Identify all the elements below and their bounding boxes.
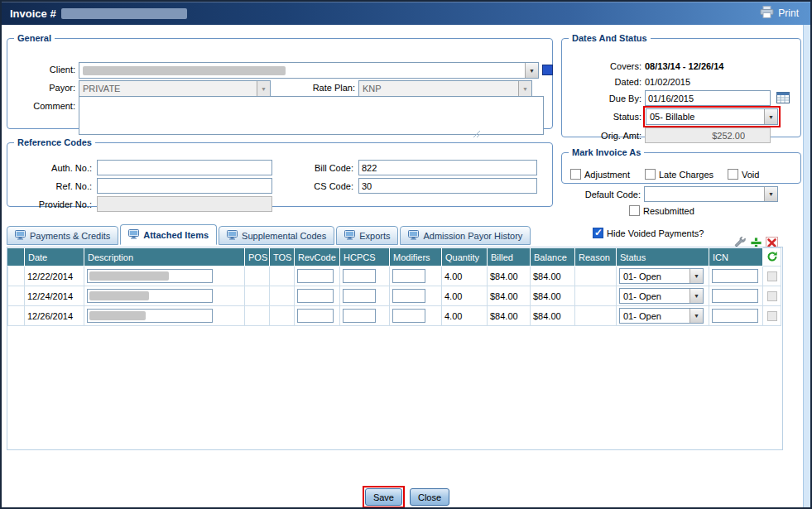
cell-status: 01- Open ▼ bbox=[617, 306, 709, 326]
bill-code-input[interactable] bbox=[358, 160, 537, 175]
bill-code-label: Bill Code: bbox=[266, 163, 353, 173]
orig-amt-input bbox=[645, 127, 771, 143]
rate-plan-value: KNP bbox=[359, 84, 518, 94]
row-selector[interactable] bbox=[8, 286, 25, 306]
revcode-input[interactable] bbox=[297, 289, 334, 303]
col-tos: TOS bbox=[270, 248, 295, 267]
close-button[interactable]: Close bbox=[410, 488, 449, 506]
hcpcs-input[interactable] bbox=[343, 289, 376, 303]
status-select[interactable]: 05- Billable ▼ bbox=[646, 108, 778, 125]
cell-tos bbox=[270, 286, 295, 306]
revcode-input[interactable] bbox=[297, 309, 334, 323]
adjustment-checkbox[interactable] bbox=[570, 169, 581, 180]
provider-no-input bbox=[97, 196, 272, 212]
row-status-select[interactable]: 01- Open ▼ bbox=[619, 268, 704, 284]
default-code-select[interactable]: ▼ bbox=[644, 186, 778, 202]
cell-status: 01- Open ▼ bbox=[617, 286, 709, 306]
cell-description bbox=[84, 267, 245, 286]
cell-revcode bbox=[295, 267, 340, 286]
icn-input[interactable] bbox=[712, 289, 758, 303]
col-billed: Billed bbox=[488, 248, 531, 267]
void-checkbox[interactable] bbox=[728, 169, 738, 180]
row-selector[interactable] bbox=[8, 267, 25, 286]
chevron-down-icon[interactable]: ▼ bbox=[764, 109, 777, 124]
resubmitted-checkbox[interactable] bbox=[629, 205, 640, 216]
row-status-select[interactable]: 01- Open ▼ bbox=[619, 288, 704, 304]
rate-plan-label: Rate Plan: bbox=[274, 83, 355, 93]
attached-items-panel: Date Description POS TOS RevCode HCPCS M… bbox=[7, 247, 783, 450]
cell-quantity: 4.00 bbox=[442, 286, 488, 306]
chevron-down-icon[interactable]: ▼ bbox=[525, 63, 538, 78]
hcpcs-input[interactable] bbox=[343, 269, 376, 283]
print-button[interactable]: Print bbox=[760, 6, 802, 21]
chevron-down-icon: ▼ bbox=[257, 81, 270, 96]
window-title: Invoice # bbox=[10, 7, 56, 20]
table-row: 12/26/2014 4.00 $84.00 $84.00 01- Open ▼ bbox=[8, 306, 781, 326]
cell-date: 12/26/2014 bbox=[25, 306, 84, 326]
cell-quantity: 4.00 bbox=[442, 306, 488, 326]
revcode-input[interactable] bbox=[297, 269, 334, 283]
status-highlight-box: 05- Billable ▼ bbox=[643, 106, 781, 127]
cell-description bbox=[84, 286, 245, 306]
cell-billed: $84.00 bbox=[488, 267, 531, 286]
modifiers-input[interactable] bbox=[392, 289, 425, 303]
client-color-button[interactable] bbox=[542, 65, 553, 75]
scrollbar-track bbox=[803, 25, 810, 507]
late-charges-checkbox[interactable] bbox=[645, 169, 656, 180]
cell-tos bbox=[270, 267, 295, 286]
tab-supplemental-codes[interactable]: Supplemental Codes bbox=[219, 226, 334, 245]
tab-attached-items[interactable]: Attached Items bbox=[120, 224, 217, 245]
icn-input[interactable] bbox=[712, 269, 758, 283]
tab-admission-payor-history[interactable]: Admission Payor History bbox=[400, 226, 531, 245]
col-revcode: RevCode bbox=[295, 248, 340, 267]
client-select[interactable]: ▼ bbox=[79, 62, 539, 79]
cell-balance: $84.00 bbox=[531, 306, 575, 326]
description-input[interactable] bbox=[87, 289, 213, 303]
ref-no-input[interactable] bbox=[97, 178, 272, 194]
hide-voided-label: Hide Voided Payments? bbox=[607, 228, 704, 238]
refresh-icon[interactable] bbox=[763, 248, 781, 267]
tab-label: Attached Items bbox=[143, 230, 209, 240]
cs-code-input[interactable] bbox=[358, 178, 537, 194]
tab-icon bbox=[15, 230, 26, 242]
description-input[interactable] bbox=[87, 269, 213, 283]
modifiers-input[interactable] bbox=[392, 309, 425, 323]
selector-column-header bbox=[8, 248, 25, 267]
ref-no-label: Ref. No.: bbox=[9, 181, 92, 191]
chevron-down-icon[interactable]: ▼ bbox=[689, 309, 703, 323]
tab-payments-credits[interactable]: Payments & Credits bbox=[7, 226, 118, 245]
save-highlight-box: Save bbox=[363, 486, 405, 508]
col-balance: Balance bbox=[531, 248, 575, 267]
payor-select: PRIVATE ▼ bbox=[79, 80, 271, 97]
comment-textarea[interactable] bbox=[79, 96, 544, 135]
col-quantity: Quantity bbox=[442, 248, 488, 267]
cell-icn bbox=[709, 286, 763, 306]
row-selector[interactable] bbox=[8, 306, 25, 326]
row-status-select[interactable]: 01- Open ▼ bbox=[619, 308, 704, 324]
modifiers-input[interactable] bbox=[392, 269, 425, 283]
cell-hcpcs bbox=[340, 267, 390, 286]
description-input[interactable] bbox=[87, 309, 213, 323]
row-status-value: 01- Open bbox=[620, 291, 689, 301]
hcpcs-input[interactable] bbox=[343, 309, 376, 323]
save-button[interactable]: Save bbox=[365, 488, 402, 506]
chevron-down-icon[interactable]: ▼ bbox=[764, 187, 777, 201]
calendar-icon[interactable] bbox=[776, 91, 790, 103]
tab-exports[interactable]: Exports bbox=[336, 226, 398, 245]
content: General Client: ▼ Payor: PRIVATE ▼ Rate … bbox=[2, 25, 810, 507]
cell-check bbox=[763, 306, 781, 326]
due-by-input[interactable] bbox=[645, 90, 771, 106]
redacted-text bbox=[89, 311, 146, 320]
chevron-down-icon[interactable]: ▼ bbox=[689, 269, 703, 283]
default-code-label: Default Code: bbox=[561, 190, 641, 199]
col-description: Description bbox=[84, 248, 245, 267]
auth-no-input[interactable] bbox=[97, 160, 272, 175]
hide-voided-checkbox[interactable] bbox=[593, 228, 603, 238]
icn-input[interactable] bbox=[712, 309, 758, 323]
chevron-down-icon[interactable]: ▼ bbox=[689, 289, 703, 303]
col-date: Date bbox=[25, 248, 84, 267]
col-icn: ICN bbox=[709, 248, 763, 267]
col-modifiers: Modifiers bbox=[390, 248, 442, 267]
print-label: Print bbox=[778, 7, 799, 19]
tab-icon bbox=[344, 230, 355, 242]
